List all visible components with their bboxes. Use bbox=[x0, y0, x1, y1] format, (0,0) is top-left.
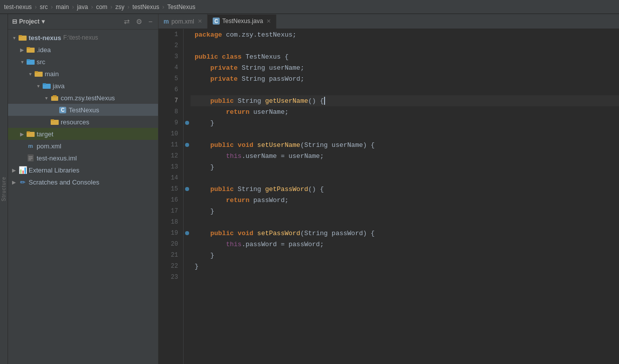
gutter-cell-9 bbox=[184, 117, 191, 128]
gutter-cell-15 bbox=[184, 184, 191, 195]
line-num-1: 1 bbox=[159, 29, 183, 40]
tree-item-test-nexus[interactable]: ▾ test-nexus F:\test-nexus bbox=[8, 32, 158, 44]
tab-testnexus-close[interactable]: ✕ bbox=[266, 18, 271, 25]
line-num-9: 9 bbox=[159, 117, 183, 128]
arrow-icon: ▾ bbox=[42, 95, 50, 101]
main-layout: Structure ⊟ Project ▾ ⇄ ⚙ − ▾ test-nex bbox=[0, 14, 619, 364]
tab-testnexus-label: TestNexus.java bbox=[222, 18, 263, 25]
svg-rect-13 bbox=[51, 119, 54, 121]
svg-rect-15 bbox=[27, 131, 30, 133]
line-num-21: 21 bbox=[159, 250, 183, 261]
arrow-icon: ▶ bbox=[10, 179, 18, 185]
tree-item-resources[interactable]: resources bbox=[8, 116, 158, 128]
tree-label-main: main bbox=[45, 70, 59, 78]
tree-item-package[interactable]: ▾ com.zsy.testNexus bbox=[8, 92, 158, 104]
folder-icon bbox=[26, 129, 35, 138]
sidebar-header: ⊟ Project ▾ ⇄ ⚙ − bbox=[8, 14, 158, 30]
structure-label: Structure bbox=[1, 176, 7, 202]
minimize-icon[interactable]: − bbox=[147, 17, 154, 26]
code-line-3: public class TestNexus { bbox=[191, 51, 619, 62]
package-icon bbox=[50, 93, 59, 102]
tab-bar: m pom.xml ✕ C TestNexus.java ✕ bbox=[159, 14, 619, 29]
code-line-18 bbox=[191, 217, 619, 228]
code-line-22: } bbox=[191, 261, 619, 272]
tree-item-pom[interactable]: m pom.xml bbox=[8, 140, 158, 152]
tab-pom-close[interactable]: ✕ bbox=[198, 18, 202, 25]
tab-pom[interactable]: m pom.xml ✕ bbox=[159, 14, 208, 29]
gutter-cell-3 bbox=[184, 51, 191, 62]
gutter-cell-2 bbox=[184, 40, 191, 51]
line-num-19: 19 bbox=[159, 228, 183, 239]
svg-rect-1 bbox=[19, 35, 22, 37]
code-line-20: this.passWord = passWord; bbox=[191, 239, 619, 250]
arrow-icon: ▾ bbox=[34, 83, 42, 89]
code-line-13: } bbox=[191, 161, 619, 172]
pom-tab-icon: m bbox=[164, 18, 169, 25]
gutter-cell-11 bbox=[184, 139, 191, 150]
line-num-12: 12 bbox=[159, 150, 183, 161]
gutter-cell-12 bbox=[184, 150, 191, 161]
tree-label-ext-lib: External Libraries bbox=[29, 166, 79, 174]
scratches-icon: ✏ bbox=[18, 177, 27, 187]
line-num-14: 14 bbox=[159, 172, 183, 184]
left-gutter: Structure bbox=[0, 14, 8, 364]
tree-item-testnexus[interactable]: C TestNexus bbox=[8, 104, 158, 116]
tree-label-java: java bbox=[53, 82, 65, 90]
folder-icon bbox=[50, 117, 59, 126]
tree-item-main[interactable]: ▾ main bbox=[8, 68, 158, 80]
code-line-21: } bbox=[191, 250, 619, 261]
gutter-cell-4 bbox=[184, 62, 191, 73]
arrow-icon: ▶ bbox=[10, 167, 18, 173]
tree-item-src[interactable]: ▾ src bbox=[8, 56, 158, 68]
tree-item-scratches[interactable]: ▶ ✏ Scratches and Consoles bbox=[8, 176, 158, 188]
code-line-5: private String passWord; bbox=[191, 73, 619, 84]
tree-label-test-nexus: test-nexus bbox=[29, 34, 61, 42]
code-content[interactable]: package com.zsy.testNexus; public class … bbox=[191, 29, 619, 364]
line-num-18: 18 bbox=[159, 217, 183, 228]
gutter-cell-22 bbox=[184, 261, 191, 272]
tab-testnexus[interactable]: C TestNexus.java ✕ bbox=[208, 15, 276, 29]
gutter-cell-6 bbox=[184, 84, 191, 95]
tree-label-idea: .idea bbox=[37, 46, 51, 54]
folder-icon bbox=[26, 45, 35, 54]
folder-java-icon bbox=[42, 81, 51, 90]
line-num-13: 13 bbox=[159, 161, 183, 172]
project-name: test-nexus bbox=[4, 4, 32, 11]
gutter-cell-7 bbox=[184, 95, 191, 106]
title-bar-text: test-nexus › src › main › java › com › z… bbox=[4, 4, 195, 11]
tree-item-ext-lib[interactable]: ▶ 📊 External Libraries bbox=[8, 164, 158, 176]
pom-icon: m bbox=[26, 141, 35, 150]
ext-lib-icon: 📊 bbox=[18, 165, 27, 174]
sidebar: ⊟ Project ▾ ⇄ ⚙ − ▾ test-nexus F:\test-n… bbox=[8, 14, 159, 364]
code-editor[interactable]: 1 2 3 4 5 6 7 8 9 10 11 12 13 14 15 16 1… bbox=[159, 29, 619, 364]
line-num-20: 20 bbox=[159, 239, 183, 250]
tree-item-java[interactable]: ▾ java bbox=[8, 80, 158, 92]
code-line-2 bbox=[191, 40, 619, 51]
code-line-12: this.userName = userName; bbox=[191, 150, 619, 161]
gutter-cell-23 bbox=[184, 272, 191, 283]
tree-item-iml[interactable]: test-nexus.iml bbox=[8, 152, 158, 164]
code-line-14 bbox=[191, 172, 619, 184]
tree-item-target[interactable]: ▶ target bbox=[8, 128, 158, 140]
line-num-2: 2 bbox=[159, 40, 183, 51]
gutter bbox=[184, 29, 191, 364]
tree-item-idea[interactable]: ▶ .idea bbox=[8, 44, 158, 56]
line-num-7: 7 bbox=[159, 95, 183, 106]
transfer-icon[interactable]: ⇄ bbox=[122, 17, 131, 26]
sidebar-title: ⊟ Project ▾ bbox=[12, 18, 122, 25]
arrow-icon: ▶ bbox=[18, 47, 26, 53]
line-numbers: 1 2 3 4 5 6 7 8 9 10 11 12 13 14 15 16 1… bbox=[159, 29, 184, 364]
arrow-icon: ▾ bbox=[10, 35, 18, 41]
svg-rect-9 bbox=[43, 83, 46, 85]
tree-label-scratches: Scratches and Consoles bbox=[29, 178, 99, 186]
line-num-22: 22 bbox=[159, 261, 183, 272]
editor-area: m pom.xml ✕ C TestNexus.java ✕ 1 2 3 4 5… bbox=[159, 14, 619, 364]
code-line-6 bbox=[191, 84, 619, 95]
tree-label-target: target bbox=[37, 130, 53, 138]
tree-label-iml: test-nexus.iml bbox=[37, 154, 77, 162]
folder-src-icon bbox=[26, 57, 35, 66]
code-line-9: } bbox=[191, 117, 619, 128]
gutter-cell-5 bbox=[184, 73, 191, 84]
settings-icon[interactable]: ⚙ bbox=[134, 17, 144, 26]
sidebar-tree[interactable]: ▾ test-nexus F:\test-nexus ▶ .idea ▾ bbox=[8, 30, 158, 364]
